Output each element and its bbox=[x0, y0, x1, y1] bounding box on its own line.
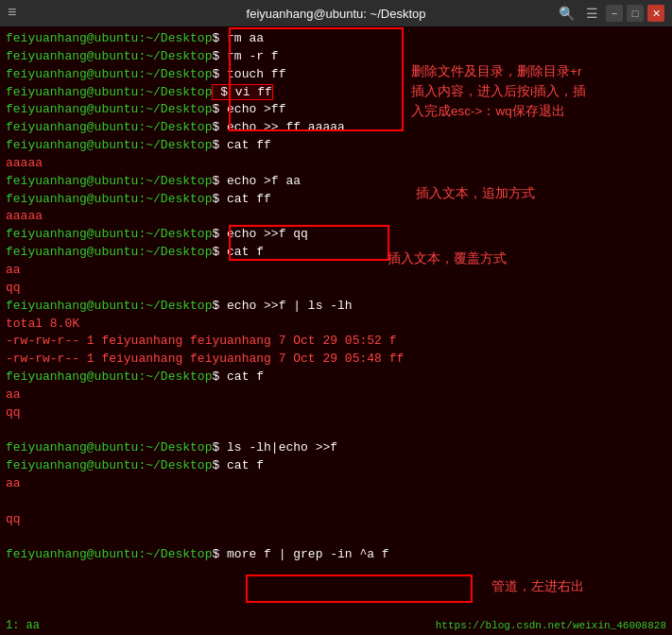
annotation-pipe: 管道，左进右出 bbox=[491, 576, 584, 596]
titlebar-controls: 🔍 ☰ − □ ✕ bbox=[555, 5, 664, 22]
statusbar-left: 1: aa bbox=[6, 618, 40, 634]
terminal-output: qq bbox=[6, 511, 666, 529]
terminal-line: feiyuanhang@ubuntu:~/Desktop$ more f | g… bbox=[6, 546, 666, 564]
terminal-output: aaaaa bbox=[6, 155, 666, 173]
terminal-output: -rw-rw-r-- 1 feiyuanhang feiyuanhang 7 O… bbox=[6, 351, 666, 369]
terminal-output: qq bbox=[6, 280, 666, 298]
watermark: https://blog.csdn.net/weixin_46008828 bbox=[436, 619, 666, 634]
terminal-line: feiyuanhang@ubuntu:~/Desktop$ echo >f aa bbox=[6, 173, 666, 191]
terminal-line: feiyuanhang@ubuntu:~/Desktop$ cat ff bbox=[6, 137, 666, 155]
terminal-output: -rw-rw-r-- 1 feiyuanhang feiyuanhang 7 O… bbox=[6, 333, 666, 351]
terminal-line: feiyuanhang@ubuntu:~/Desktop$ echo >>f |… bbox=[6, 298, 666, 316]
terminal-line: feiyuanhang@ubuntu:~/Desktop$ echo >>f q… bbox=[6, 226, 666, 244]
terminal-line: feiyuanhang@ubuntu:~/Desktop$ echo >> ff… bbox=[6, 119, 666, 137]
minimize-button[interactable]: − bbox=[606, 5, 623, 22]
search-icon[interactable]: 🔍 bbox=[555, 6, 578, 22]
maximize-button[interactable]: □ bbox=[627, 5, 644, 22]
titlebar: ≡ feiyuanhang@ubuntu: ~/Desktop 🔍 ☰ − □ … bbox=[0, 0, 672, 26]
terminal-line: feiyuanhang@ubuntu:~/Desktop$ ls -lh|ech… bbox=[6, 439, 666, 457]
hamburger-icon[interactable]: ☰ bbox=[582, 6, 602, 22]
terminal-line: feiyuanhang@ubuntu:~/Desktop$ rm aa bbox=[6, 30, 666, 48]
statusbar: 1: aa https://blog.csdn.net/weixin_46008… bbox=[0, 618, 672, 635]
terminal-line: feiyuanhang@ubuntu:~/Desktop$ echo >ff bbox=[6, 101, 666, 119]
terminal-line: feiyuanhang@ubuntu:~/Desktop$ touch ff bbox=[6, 66, 666, 84]
close-button[interactable]: ✕ bbox=[647, 5, 664, 22]
terminal-output: total 8.0K bbox=[6, 316, 666, 334]
terminal-output: aaaaa bbox=[6, 208, 666, 226]
titlebar-left-controls: ≡ bbox=[8, 5, 17, 22]
box-overlay-3 bbox=[246, 575, 473, 603]
terminal-line: feiyuanhang@ubuntu:~/Desktop$ cat f bbox=[6, 369, 666, 386]
terminal-line: feiyuanhang@ubuntu:~/Desktop$ rm -r f bbox=[6, 48, 666, 66]
terminal-line: feiyuanhang@ubuntu:~/Desktop $ vi ff bbox=[6, 84, 666, 102]
terminal-line: feiyuanhang@ubuntu:~/Desktop$ cat ff bbox=[6, 191, 666, 209]
menu-icon[interactable]: ≡ bbox=[8, 5, 17, 22]
titlebar-title: feiyuanhang@ubuntu: ~/Desktop bbox=[247, 7, 426, 21]
terminal-output: aa bbox=[6, 475, 666, 493]
terminal: feiyuanhang@ubuntu:~/Desktop$ rm aa feiy… bbox=[0, 26, 672, 635]
terminal-output: aa bbox=[6, 386, 666, 404]
terminal-output: aa bbox=[6, 262, 666, 280]
terminal-output: qq bbox=[6, 404, 666, 422]
terminal-line: feiyuanhang@ubuntu:~/Desktop$ cat f bbox=[6, 457, 666, 475]
terminal-line: feiyuanhang@ubuntu:~/Desktop$ cat f bbox=[6, 244, 666, 262]
